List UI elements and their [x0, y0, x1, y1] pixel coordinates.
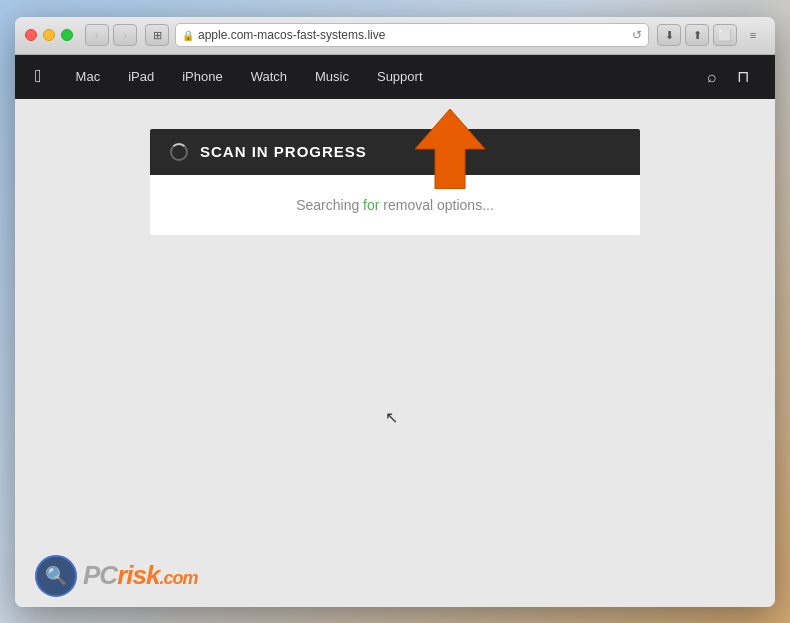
traffic-lights: [25, 29, 73, 41]
share-button[interactable]: ⬆: [685, 24, 709, 46]
nav-item-support[interactable]: Support: [363, 55, 437, 99]
scan-spinner-icon: [170, 143, 188, 161]
pcrisk-watermark: PCrisk.com: [35, 555, 197, 597]
apple-logo[interactable]: : [35, 66, 42, 87]
scan-header: SCAN IN PROGRESS: [150, 129, 640, 175]
nav-item-iphone[interactable]: iPhone: [168, 55, 236, 99]
scan-container: SCAN IN PROGRESS Searching for removal o…: [150, 129, 640, 235]
scan-title: SCAN IN PROGRESS: [200, 143, 367, 160]
nav-buttons: ‹ ›: [85, 24, 137, 46]
nav-items: Mac iPad iPhone Watch Music Support: [62, 55, 701, 99]
pcrisk-dotcom: .com: [159, 568, 197, 588]
search-nav-icon[interactable]: ⌕: [701, 68, 723, 86]
address-bar[interactable]: 🔒 apple.com-macos-fast-systems.live ↺: [175, 23, 649, 47]
minimize-button[interactable]: [43, 29, 55, 41]
refresh-button[interactable]: ↺: [632, 28, 642, 42]
tab-bar-area: ⊞ 🔒 apple.com-macos-fast-systems.live ↺: [145, 23, 649, 47]
lock-icon: 🔒: [182, 30, 194, 41]
forward-button[interactable]: ›: [113, 24, 137, 46]
tab-overview-button[interactable]: ⊞: [145, 24, 169, 46]
scan-status-suffix: removal options...: [379, 197, 493, 213]
url-text: apple.com-macos-fast-systems.live: [198, 28, 628, 42]
scan-status-normal: Searching: [296, 197, 363, 213]
nav-item-ipad[interactable]: iPad: [114, 55, 168, 99]
nav-item-mac[interactable]: Mac: [62, 55, 115, 99]
bag-nav-icon[interactable]: ⊓: [731, 67, 755, 86]
page-content: SCAN IN PROGRESS Searching for removal o…: [15, 99, 775, 607]
download-button[interactable]: ⬇: [657, 24, 681, 46]
back-button[interactable]: ‹: [85, 24, 109, 46]
close-button[interactable]: [25, 29, 37, 41]
pcrisk-logo-icon: [35, 555, 77, 597]
apple-navbar:  Mac iPad iPhone Watch Music Support ⌕ …: [15, 55, 775, 99]
browser-actions: ⬇ ⬆ ⬜ ≡: [657, 24, 765, 46]
sidebar-toggle-button[interactable]: ≡: [741, 24, 765, 46]
maximize-button[interactable]: [61, 29, 73, 41]
nav-item-watch[interactable]: Watch: [237, 55, 301, 99]
title-bar: ‹ › ⊞ 🔒 apple.com-macos-fast-systems.liv…: [15, 17, 775, 55]
scan-body: Searching for removal options...: [150, 175, 640, 235]
pcrisk-text: PCrisk.com: [83, 560, 197, 591]
more-button[interactable]: ⬜: [713, 24, 737, 46]
pcrisk-pc: PC: [83, 560, 117, 590]
nav-item-music[interactable]: Music: [301, 55, 363, 99]
browser-window: ‹ › ⊞ 🔒 apple.com-macos-fast-systems.liv…: [15, 17, 775, 607]
scan-status-highlight: for: [363, 197, 379, 213]
pcrisk-risk: risk: [117, 560, 159, 590]
scan-status: Searching for removal options...: [296, 197, 494, 213]
nav-icons: ⌕ ⊓: [701, 67, 755, 86]
mouse-cursor: ↖: [385, 408, 398, 427]
